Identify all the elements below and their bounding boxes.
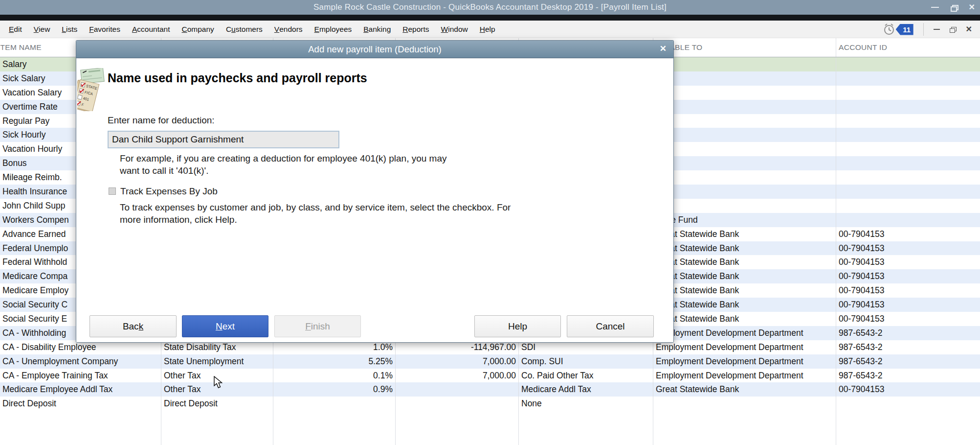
table-row[interactable]: Medicare Employee Addl TaxOther Tax0.9%M… [0,382,980,397]
cell-account-id [836,170,980,185]
table-row[interactable]: CA - Unemployment CompanyState Unemploym… [0,354,980,369]
cancel-button[interactable]: Cancel [567,315,654,337]
menu-vendors[interactable]: Vendors [268,21,309,38]
menu-customers[interactable]: Customers [220,21,268,38]
payroll-checklist-icon: STATE FICA 401 F [77,68,105,111]
cell-payable-to [653,71,836,86]
back-button[interactable]: Back [89,315,177,337]
cell-account-id: 987-6543-2 [836,369,980,383]
menu-company[interactable]: Company [176,21,220,38]
dialog-title: Add new payroll item (Deduction) [76,44,673,55]
minimize-icon[interactable] [931,7,939,8]
restore-icon[interactable] [951,5,957,10]
menu-accountant[interactable]: Accountant [126,21,176,38]
cell-payable-to [653,114,836,128]
window-title: Sample Rock Castle Construction - QuickB… [0,2,980,12]
child-close-icon[interactable]: ✕ [966,25,972,33]
cell-payable-to [653,397,836,411]
cell-rate: 0.9% [273,382,396,397]
menu-employees[interactable]: Employees [309,21,358,38]
alarm-clock-icon [883,23,895,35]
cell-payable-to: State Fund [653,213,836,227]
cell-account-id [836,397,980,411]
cell-payable-to: Employment Development Department [653,326,836,340]
cell-payable-to [653,57,836,71]
cell-account-id: 987-6543-2 [836,326,980,340]
menu-bar: EditViewListsFavoritesAccountantCompanyC… [0,21,980,38]
dialog-heading: Name used in paychecks and payroll repor… [108,71,367,85]
empty-cell [836,411,980,445]
cell-account-id [836,185,980,199]
cell-payable-to: Great Statewide Bank [653,298,836,312]
child-restore-icon[interactable] [950,27,956,32]
next-button[interactable]: Next [182,315,268,337]
cell-payable-to: Great Statewide Bank [653,255,836,269]
cell-rate [273,397,396,411]
menu-help[interactable]: Help [474,21,501,38]
cell-payable-to: Employment Development Department [653,369,836,383]
cell-payable-to: Great Statewide Bank [653,312,836,326]
menubar-divider [923,23,924,36]
cell-payable-to [653,142,836,156]
empty-cell [653,411,836,445]
add-payroll-item-dialog: Add new payroll item (Deduction) ✕ STATE [76,40,674,343]
cell-account-id: 00-7904153 [836,241,980,256]
menu-window[interactable]: Window [435,21,474,38]
deduction-name-input[interactable]: Dan Child Support Garnishment [108,131,339,148]
help-button[interactable]: Help [474,315,561,337]
cell-tax-tracking: None [519,397,653,411]
cell-account-id [836,86,980,100]
cell-item-name: CA - Unemployment Company [0,354,161,369]
cell-payable-to [653,128,836,142]
cell-account-id: 00-7904153 [836,382,980,397]
empty-cell [161,411,273,445]
cell-account-id: 00-7904153 [836,269,980,283]
track-expenses-label: Track Expenses By Job [120,186,218,197]
cell-account-id [836,71,980,86]
table-row[interactable]: Direct DepositDirect DepositNone [0,397,980,411]
cell-tax-tracking: Co. Paid Other Tax [519,369,653,383]
menu-edit[interactable]: Edit [3,21,28,38]
cell-account-id [836,156,980,170]
dialog-close-icon[interactable]: ✕ [660,44,667,54]
track-expenses-checkbox[interactable] [109,187,116,195]
column-header-payable-to: PAYABLE TO [653,38,836,57]
cell-item-name: CA - Employee Training Tax [0,369,161,383]
cell-account-id: 987-6543-2 [836,354,980,369]
cell-type: State Unemployment [161,354,273,369]
empty-cell [519,411,653,445]
child-minimize-icon[interactable] [934,29,940,30]
cell-limit [396,397,519,411]
cell-account-id: 00-7904153 [836,255,980,269]
cell-payable-to: Great Statewide Bank [653,227,836,241]
cell-account-id [836,142,980,156]
cell-limit [396,382,519,397]
cell-tax-tracking: Medicare Addl Tax [519,382,653,397]
table-row[interactable]: CA - Employee Training TaxOther Tax0.1%7… [0,369,980,383]
cell-tax-tracking: Comp. SUI [519,354,653,369]
menu-reports[interactable]: Reports [397,21,435,38]
cell-limit: 7,000.00 [396,369,519,383]
menu-view[interactable]: View [28,21,56,38]
cell-account-id [836,114,980,128]
alerts-count-badge: 11 [896,24,913,35]
cell-payable-to: Great Statewide Bank [653,241,836,256]
cell-account-id [836,213,980,227]
cell-payable-to [653,156,836,170]
menu-favorites[interactable]: Favorites [83,21,126,38]
reminders-button[interactable]: 11 [883,23,913,35]
mouse-cursor [213,376,225,389]
dialog-titlebar[interactable]: Add new payroll item (Deduction) ✕ [76,41,673,58]
cell-payable-to: Employment Development Department [653,354,836,369]
cell-account-id [836,57,980,71]
cell-type: Direct Deposit [161,397,273,411]
menu-banking[interactable]: Banking [357,21,397,38]
close-icon[interactable]: ✕ [969,3,975,11]
menu-lists[interactable]: Lists [56,21,83,38]
empty-cell [396,411,519,445]
cell-payable-to: Great Statewide Bank [653,269,836,283]
deduction-name-value: Dan Child Support Garnishment [112,134,244,145]
cell-item-name: Medicare Employee Addl Tax [0,382,161,397]
cell-limit: 7,000.00 [396,354,519,369]
cell-payable-to: Employment Development Department [653,340,836,354]
